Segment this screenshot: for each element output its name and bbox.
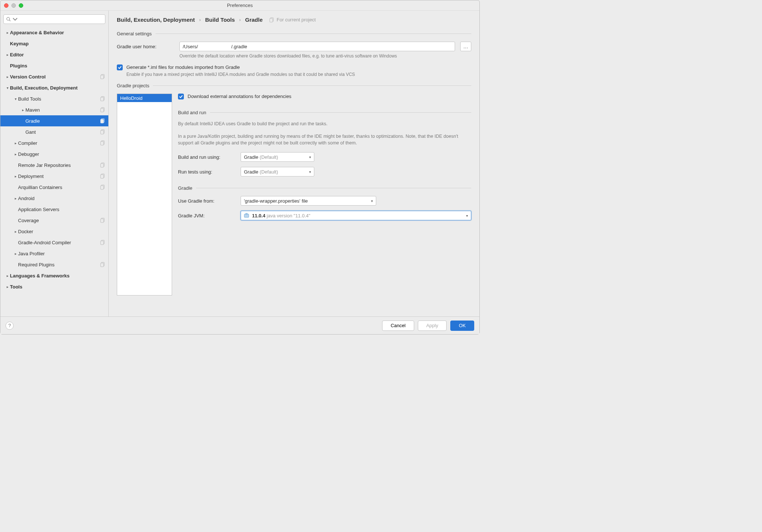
chevron-right-icon: ▸ [13,141,18,145]
gradle-home-input[interactable] [179,42,455,51]
cancel-button[interactable]: Cancel [382,321,414,331]
chevron-right-icon: ▸ [13,230,18,234]
chevron-right-icon: ▸ [5,53,10,57]
svg-rect-21 [101,219,104,223]
chevron-right-icon: ▸ [20,108,25,112]
tree-item-gradle-android-compiler[interactable]: Gradle-Android Compiler [0,237,108,248]
gradle-jvm-label: Gradle JVM: [178,213,235,218]
tree-item-label: Coverage [18,218,100,223]
apply-button[interactable]: Apply [418,321,447,331]
tree-item-label: Build Tools [18,96,100,102]
chevron-right-icon: ▸ [13,174,18,178]
ok-button[interactable]: OK [450,321,474,331]
use-gradle-from-dropdown[interactable]: 'gradle-wrapper.properties' file ▾ [241,196,376,206]
svg-line-1 [9,20,10,21]
tree-item-debugger[interactable]: ▸Debugger [0,148,108,160]
tree-item-label: Keymap [10,41,105,46]
tree-item-label: Languages & Frameworks [10,273,105,279]
tree-item-label: Tools [10,284,105,290]
projects-list[interactable]: HelloDroid [117,94,172,295]
svg-rect-25 [101,263,104,267]
chevron-down-icon: ▾ [466,214,468,218]
chevron-right-icon: ▸ [13,196,18,200]
copy-icon [100,96,105,101]
tree-item-tools[interactable]: ▸Tools [0,281,108,292]
search-input[interactable] [19,17,103,22]
use-gradle-from-label: Use Gradle from: [178,198,235,204]
tree-item-android[interactable]: ▸Android [0,193,108,204]
build-run-note: By default IntelliJ IDEA uses Gradle to … [178,120,471,127]
copy-icon [100,218,105,223]
tree-item-build-tools[interactable]: ▾Build Tools [0,93,108,104]
tree-item-coverage[interactable]: Coverage [0,215,108,226]
breadcrumb-seg: Build, Execution, Deployment [117,17,195,23]
tree-item-label: Gradle [25,118,100,124]
body: ▸Appearance & BehaviorKeymap▸EditorPlugi… [0,11,479,316]
jdk-icon [244,213,250,218]
project-item[interactable]: HelloDroid [117,94,172,102]
browse-button[interactable]: … [460,42,471,51]
help-button[interactable]: ? [6,322,14,330]
tree-item-label: Maven [25,107,100,113]
download-annotations-checkbox[interactable] [178,94,184,99]
generate-iml-checkbox[interactable] [117,64,123,70]
copy-icon [100,262,105,267]
chevron-right-icon: ▸ [13,252,18,256]
tree-item-label: Plugins [10,63,105,69]
tree-item-version-control[interactable]: ▸Version Control [0,71,108,82]
search-box[interactable] [3,14,105,24]
tree-item-remote-jar-repositories[interactable]: Remote Jar Repositories [0,160,108,171]
svg-rect-15 [101,164,104,167]
svg-rect-13 [101,141,104,145]
tree-item-label: Gradle-Android Compiler [18,240,100,245]
tree-item-label: Editor [10,52,105,57]
chevron-right-icon: › [239,17,241,22]
preferences-window: Preferences ▸Appearance & BehaviorKeymap… [0,0,480,335]
tree-item-arquillian-containers[interactable]: Arquillian Containers [0,182,108,193]
content-header: Build, Execution, Deployment › Build Too… [109,11,479,27]
tree-item-docker[interactable]: ▸Docker [0,226,108,237]
footer: ? Cancel Apply OK [0,316,479,334]
section-build-run: Build and run [178,110,471,115]
chevron-right-icon: ▸ [5,274,10,278]
copy-icon [100,240,105,245]
section-gradle-projects: Gradle projects [117,83,471,88]
copy-icon [269,17,275,22]
content: Build, Execution, Deployment › Build Too… [109,11,479,316]
tree-item-label: Build, Execution, Deployment [10,85,105,91]
chevron-down-icon: ▾ [5,86,10,90]
check-icon [118,65,122,70]
tree-item-appearance-behavior[interactable]: ▸Appearance & Behavior [0,27,108,38]
copy-icon [100,118,105,123]
gradle-home-label: Gradle user home: [117,44,174,49]
tree-item-build-execution-deployment[interactable]: ▾Build, Execution, Deployment [0,82,108,93]
breadcrumb: Build, Execution, Deployment › Build Too… [117,17,263,23]
chevron-down-icon: ▾ [13,97,18,101]
tree-item-plugins[interactable]: Plugins [0,60,108,71]
tree-item-compiler[interactable]: ▸Compiler [0,137,108,148]
tree-item-maven[interactable]: ▸Maven [0,104,108,115]
tree-item-label: Docker [18,229,105,234]
tree-item-required-plugins[interactable]: Required Plugins [0,259,108,270]
build-using-dropdown[interactable]: Gradle (Default) ▾ [241,152,314,162]
svg-point-0 [7,17,10,20]
download-annotations-label: Download external annotations for depend… [188,94,291,99]
chevron-down-icon: ▾ [309,170,311,174]
tree-item-gradle[interactable]: Gradle [0,115,108,126]
tests-using-label: Run tests using: [178,169,235,175]
tree-item-label: Java Profiler [18,251,105,256]
tree-item-languages-frameworks[interactable]: ▸Languages & Frameworks [0,270,108,281]
chevron-right-icon: ▸ [13,152,18,156]
search-icon [6,17,11,22]
gradle-jvm-dropdown[interactable]: 11.0.4 java version "11.0.4" ▾ [241,211,471,220]
tree-item-gant[interactable]: Gant [0,126,108,137]
tree-item-application-servers[interactable]: Application Servers [0,204,108,215]
tree-item-deployment[interactable]: ▸Deployment [0,171,108,182]
tree-item-keymap[interactable]: Keymap [0,38,108,49]
copy-icon [100,74,105,79]
tree-item-java-profiler[interactable]: ▸Java Profiler [0,248,108,259]
tests-using-dropdown[interactable]: Gradle (Default) ▾ [241,167,314,176]
tree-item-editor[interactable]: ▸Editor [0,49,108,60]
tree-item-label: Version Control [10,74,100,80]
scope-label: For current project [269,17,316,22]
